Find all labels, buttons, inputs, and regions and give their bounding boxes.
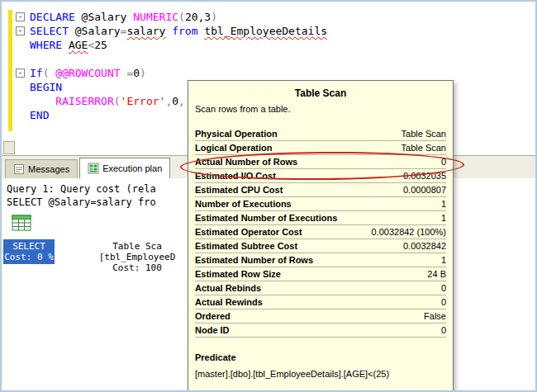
select-operator-label[interactable]: SELECT Cost: 0 %: [3, 239, 55, 264]
tooltip-title: Table Scan: [195, 87, 446, 99]
tooltip-row-label: Estimated I/O Cost: [195, 171, 276, 181]
tooltip-row-logical-operation: Logical OperationTable Scan: [195, 141, 446, 155]
tooltip-row-label: Estimated Number of Rows: [195, 255, 313, 265]
object-label-partial: Object: [195, 389, 446, 392]
tooltip-row-value: 0: [441, 297, 446, 307]
tooltip-row-label: Physical Operation: [195, 129, 278, 139]
code-line: [2, 52, 535, 66]
tooltip-row-label: Estimated CPU Cost: [195, 185, 283, 195]
fold-marker-icon[interactable]: -: [16, 68, 25, 78]
select-cost-text: Cost: 0 %: [3, 252, 55, 262]
tooltip-row-estimated-i-o-cost: Estimated I/O Cost0.0032035: [195, 169, 446, 183]
tab-execution-plan[interactable]: Execution plan: [79, 158, 170, 178]
tab-messages-label: Messages: [28, 164, 69, 174]
tooltip-row-actual-number-of-rows: Actual Number of Rows0: [195, 155, 446, 169]
tooltip-row-value: 0.0000807: [403, 185, 446, 195]
tooltip-row-label: Estimated Operator Cost: [195, 227, 302, 237]
tooltip-row-value: 0.0032035: [403, 171, 446, 181]
fold-gutter: [2, 94, 30, 108]
plan-query-header: Query 1: Query cost (rela: [7, 183, 156, 195]
tooltip-rows: Physical OperationTable ScanLogical Oper…: [195, 127, 446, 338]
plan-query-text: SELECT @Salary=salary fro: [7, 196, 156, 208]
tooltip-row-value: 0.0032842: [403, 241, 446, 251]
code-line: -If( @@ROWCOUNT =0): [2, 66, 535, 80]
tooltip-row-label: Actual Rewinds: [195, 297, 263, 307]
tooltip-row-label: Estimated Row Size: [195, 269, 281, 279]
tooltip-row-estimated-number-of-rows: Estimated Number of Rows1: [195, 253, 446, 267]
predicate-label: Predicate: [195, 352, 446, 362]
tooltip-row-label: Ordered: [195, 311, 230, 321]
tooltip-row-label: Actual Rebinds: [195, 283, 261, 293]
predicate-value: [master].[dbo].[tbl_EmployeeDetails].[AG…: [195, 369, 446, 379]
tooltip-row-label: Actual Number of Rows: [195, 157, 297, 167]
tooltip-row-estimated-subtree-cost: Estimated Subtree Cost0.0032842: [195, 239, 446, 253]
tooltip-row-label: Logical Operation: [195, 143, 273, 153]
table-scan-label-line: [tbl_EmployeeD: [83, 252, 192, 262]
fold-gutter[interactable]: -: [2, 24, 30, 38]
tooltip-row-label: Number of Executions: [195, 199, 292, 209]
tooltip-row-estimated-row-size: Estimated Row Size24 B: [195, 267, 446, 281]
tooltip-row-value: Table Scan: [402, 129, 446, 139]
code-line: WHERE AGE<25: [2, 38, 535, 52]
table-scan-tooltip: Table Scan Scan rows from a table. Physi…: [188, 80, 454, 392]
table-scan-node-label[interactable]: Table Sca[tbl_EmployeeDCost: 100: [83, 241, 192, 273]
fold-marker-icon[interactable]: -: [16, 12, 25, 21]
table-scan-label-line: Table Sca: [83, 241, 192, 252]
tooltip-predicate-section: Predicate [master].[dbo].[tbl_EmployeeDe…: [195, 352, 446, 392]
fold-marker-icon[interactable]: -: [16, 26, 25, 35]
fold-gutter: [2, 80, 30, 94]
ssms-window: -DECLARE @Salary NUMERIC(20,3)-SELECT @S…: [0, 0, 537, 392]
tooltip-row-estimated-operator-cost: Estimated Operator Cost0.0032842 (100%): [195, 225, 446, 239]
tooltip-row-value: 0: [441, 325, 446, 335]
tooltip-description: Scan rows from a table.: [195, 104, 446, 114]
tooltip-row-value: 0: [441, 283, 446, 293]
table-scan-label-line: Cost: 100: [83, 262, 192, 273]
fold-gutter: [2, 52, 30, 66]
tab-messages[interactable]: Messages: [5, 159, 78, 178]
messages-icon: [13, 163, 25, 175]
tooltip-row-number-of-executions: Number of Executions1: [195, 197, 446, 211]
tooltip-row-actual-rebinds: Actual Rebinds0: [195, 281, 446, 295]
tooltip-row-label: Node ID: [195, 325, 230, 335]
tooltip-row-value: False: [424, 311, 446, 321]
select-operator-icon[interactable]: [12, 213, 31, 233]
execution-plan-icon: [88, 163, 99, 174]
fold-gutter: [2, 38, 30, 52]
tooltip-row-value: 0: [441, 157, 446, 167]
tooltip-row-value: 1: [441, 255, 446, 265]
tooltip-row-label: Estimated Number of Executions: [195, 213, 337, 223]
tooltip-row-estimated-number-of-executions: Estimated Number of Executions1: [195, 211, 446, 225]
tooltip-row-value: 1: [441, 199, 446, 209]
fold-gutter[interactable]: -: [2, 66, 30, 80]
tooltip-row-value: 24 B: [427, 269, 446, 279]
code-line: -SELECT @Salary=salary from tbl_Employee…: [2, 24, 535, 38]
tooltip-row-value: 1: [441, 213, 446, 223]
tooltip-row-value: 0.0032842 (100%): [371, 227, 446, 237]
tooltip-row-value: Table Scan: [402, 143, 446, 153]
select-label-text: SELECT: [3, 241, 55, 252]
tooltip-row-estimated-cpu-cost: Estimated CPU Cost0.0000807: [195, 183, 446, 197]
tooltip-row-actual-rewinds: Actual Rewinds0: [195, 295, 446, 309]
tab-execution-plan-label: Execution plan: [102, 163, 162, 173]
tooltip-row-label: Estimated Subtree Cost: [195, 241, 297, 251]
tooltip-row-node-id: Node ID0: [195, 324, 446, 338]
code-line: -DECLARE @Salary NUMERIC(20,3): [2, 10, 535, 24]
fold-gutter: [2, 108, 30, 122]
editor-scroll-corner[interactable]: [3, 141, 15, 154]
tooltip-row-ordered: OrderedFalse: [195, 309, 446, 324]
tooltip-row-physical-operation: Physical OperationTable Scan: [195, 127, 446, 141]
fold-gutter[interactable]: -: [2, 10, 30, 24]
